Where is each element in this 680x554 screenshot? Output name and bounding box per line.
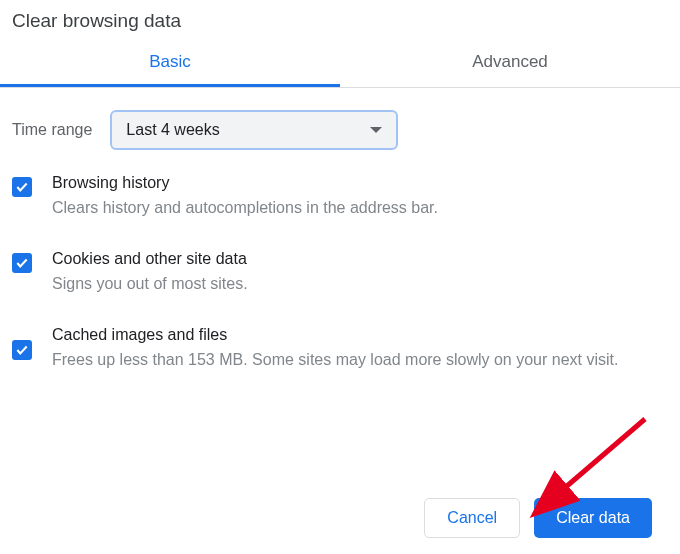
option-text: Cookies and other site data Signs you ou… bbox=[52, 250, 668, 296]
checkbox-cookies[interactable] bbox=[12, 253, 32, 273]
option-cache: Cached images and files Frees up less th… bbox=[12, 326, 668, 372]
option-desc: Signs you out of most sites. bbox=[52, 272, 668, 296]
options-list: Browsing history Clears history and auto… bbox=[0, 150, 680, 372]
checkbox-cache[interactable] bbox=[12, 340, 32, 360]
check-icon bbox=[15, 343, 29, 357]
option-text: Cached images and files Frees up less th… bbox=[52, 326, 668, 372]
dialog-title: Clear browsing data bbox=[0, 0, 680, 44]
tabs: Basic Advanced bbox=[0, 44, 680, 88]
clear-data-button[interactable]: Clear data bbox=[534, 498, 652, 538]
option-browsing-history: Browsing history Clears history and auto… bbox=[12, 174, 668, 220]
tab-advanced[interactable]: Advanced bbox=[340, 44, 680, 87]
svg-line-1 bbox=[560, 419, 645, 492]
option-desc: Frees up less than 153 MB. Some sites ma… bbox=[52, 348, 668, 372]
time-range-row: Time range Last 4 weeks bbox=[0, 88, 680, 150]
tab-basic[interactable]: Basic bbox=[0, 44, 340, 87]
check-icon bbox=[15, 180, 29, 194]
time-range-label: Time range bbox=[12, 121, 92, 139]
option-cookies: Cookies and other site data Signs you ou… bbox=[12, 250, 668, 296]
checkbox-browsing-history[interactable] bbox=[12, 177, 32, 197]
footer: Cancel Clear data bbox=[0, 490, 680, 554]
option-title: Cookies and other site data bbox=[52, 250, 668, 268]
option-title: Browsing history bbox=[52, 174, 668, 192]
option-desc: Clears history and autocompletions in th… bbox=[52, 196, 668, 220]
chevron-down-icon bbox=[370, 127, 382, 133]
time-range-select[interactable]: Last 4 weeks bbox=[110, 110, 398, 150]
time-range-value: Last 4 weeks bbox=[126, 121, 219, 139]
check-icon bbox=[15, 256, 29, 270]
cancel-button[interactable]: Cancel bbox=[424, 498, 520, 538]
option-title: Cached images and files bbox=[52, 326, 668, 344]
option-text: Browsing history Clears history and auto… bbox=[52, 174, 668, 220]
